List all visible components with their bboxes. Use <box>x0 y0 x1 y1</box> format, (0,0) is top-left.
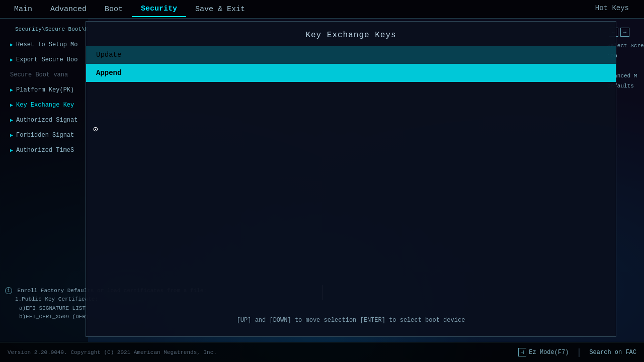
modal-option-append[interactable]: Append <box>86 64 616 82</box>
sidebar-item-label: Platform Key(PK) <box>16 86 74 94</box>
key-exchange-modal: Key Exchange Keys Update Append [UP] and… <box>86 21 616 337</box>
sidebar-item-label: Reset To Setup Mo <box>16 41 77 48</box>
sidebar-item-secure-boot: Secure Boot vana <box>0 67 88 82</box>
sidebar-item-label: Secure Boot vana <box>10 71 68 78</box>
chevron-right-icon: ▶ <box>10 102 13 108</box>
info-line-3: a)EFI_SIGNATURE_LIST <box>5 305 86 311</box>
sidebar-item-label: Key Exchange Key <box>16 102 74 109</box>
ez-mode-label: Ez Mode(F7) <box>529 349 569 356</box>
chevron-right-icon: ▶ <box>10 147 13 153</box>
sidebar-item-authorized-sig[interactable]: ▶ Authorized Signat <box>0 113 88 128</box>
search-fac-button[interactable]: Search on FAC <box>589 349 636 356</box>
info-line-4: b)EFI_CERT_X509 (DER) <box>5 314 89 320</box>
sidebar-item-forbidden-sig[interactable]: ▶ Forbidden Signat <box>0 128 88 143</box>
sidebar-item-reset[interactable]: ▶ Reset To Setup Mo <box>0 37 88 52</box>
exit-icon: ⊣ <box>518 348 527 356</box>
bottom-bar: Version 2.20.0049. Copyright (C) 2021 Am… <box>0 342 644 362</box>
sidebar-item-authorized-time[interactable]: ▶ Authorized TimeS <box>0 143 88 158</box>
modal-title: Key Exchange Keys <box>86 22 616 46</box>
nav-security[interactable]: Security <box>132 2 186 17</box>
sidebar-item-platform-key[interactable]: ▶ Platform Key(PK) <box>0 82 88 98</box>
nav-advanced[interactable]: Advanced <box>41 2 96 17</box>
main-content: Security\Secure Boot\Key Management ▶ Re… <box>0 19 644 342</box>
info-line-2: 1.Public Key Certificate: <box>5 296 98 302</box>
ez-mode-button[interactable]: ⊣ Ez Mode(F7) <box>518 348 569 356</box>
bottom-controls: ⊣ Ez Mode(F7) | Search on FAC <box>518 347 636 357</box>
chevron-right-icon: ▶ <box>10 57 13 63</box>
chevron-right-icon: ▶ <box>10 132 13 138</box>
nav-save-exit[interactable]: Save & Exit <box>186 2 254 17</box>
modal-option-update[interactable]: Update <box>86 46 616 64</box>
chevron-right-icon: ▶ <box>10 87 13 93</box>
sidebar-item-key-exchange[interactable]: ▶ Key Exchange Key <box>0 98 88 113</box>
breadcrumb: Security\Secure Boot\Key Management <box>0 24 88 37</box>
nav-boot[interactable]: Boot <box>96 2 132 17</box>
chevron-right-icon: ▶ <box>10 42 13 48</box>
modal-help-text: [UP] and [DOWN] to move selection [ENTER… <box>86 317 616 324</box>
divider: | <box>577 347 582 357</box>
sidebar-item-label: Export Secure Boo <box>16 56 77 63</box>
hot-keys-label: Hot Keys <box>595 4 629 12</box>
top-nav: Main Advanced Boot Security Save & Exit … <box>0 0 644 19</box>
sidebar-item-export[interactable]: ▶ Export Secure Boo <box>0 52 88 67</box>
sidebar-item-label: Authorized TimeS <box>16 147 74 154</box>
chevron-right-icon: ▶ <box>10 117 13 123</box>
info-icon: i <box>5 287 12 294</box>
right-arrow-icon: → <box>620 28 630 37</box>
sidebar-item-label: Forbidden Signat <box>16 132 74 139</box>
nav-main[interactable]: Main <box>5 2 41 17</box>
version-text: Version 2.20.0049. Copyright (C) 2021 Am… <box>8 349 518 355</box>
sidebar-item-label: Authorized Signat <box>16 117 77 124</box>
